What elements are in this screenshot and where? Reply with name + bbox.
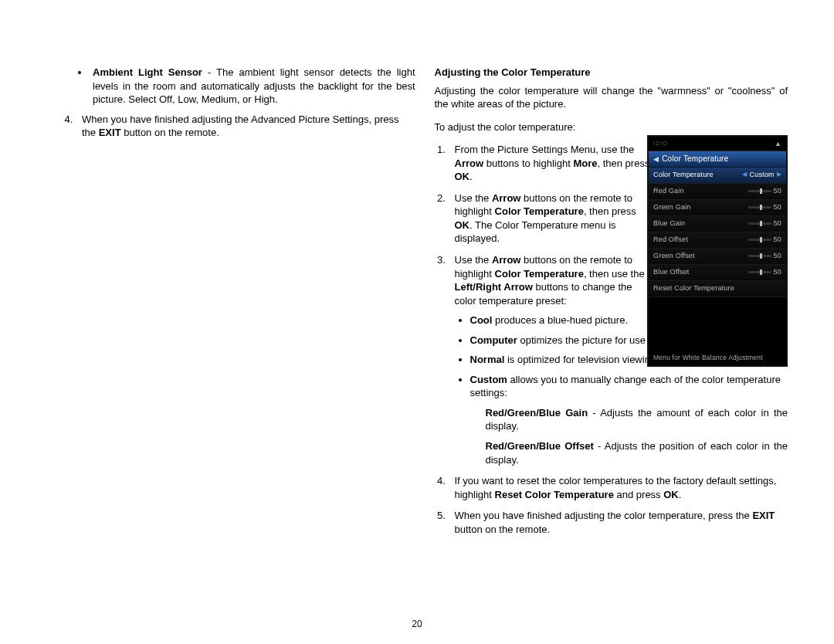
tv-topbar: IZIO ▲ [649, 137, 786, 151]
tv-row-reset: Reset Color Temperature [649, 281, 786, 297]
tv-row-blue-gain: Blue Gain 50 [649, 216, 786, 232]
slider-icon [748, 239, 771, 241]
left-triangle-icon: ◀ [742, 171, 747, 179]
up-caret-icon: ▲ [775, 139, 781, 148]
left-bullets: Ambient Light Sensor - The ambient light… [62, 66, 415, 107]
step1: From the Picture Settings Menu, use the … [449, 143, 656, 184]
slider-icon [748, 222, 771, 225]
preset-custom: Custom allows you to manually change eac… [470, 373, 788, 466]
tv-mode-row: Color Temperature ◀ Custom ▶ [649, 168, 786, 184]
tv-mode-label: Color Temperature [653, 170, 714, 179]
tv-footer: Menu for White Balance Adjustment [653, 354, 763, 362]
back-triangle-icon: ◀ [653, 154, 659, 164]
tv-row-blue-offset: Blue Offset 50 [649, 265, 786, 281]
lead-text: To adjust the color temperature: [435, 120, 788, 134]
tv-mode-value: ◀ Custom ▶ [742, 170, 781, 179]
page-number: 20 [0, 618, 834, 630]
step2: Use the Arrow buttons on the remote to h… [449, 192, 656, 246]
tv-menu-title: ◀ Color Temperature [649, 151, 786, 168]
offset-desc: Red/Green/Blue Offset - Adjusts the posi… [486, 439, 788, 466]
left-column: Ambient Light Sensor - The ambient light… [46, 66, 415, 544]
tv-logo: IZIO [653, 140, 670, 147]
preset-cool: Cool produces a blue-hued picture. [470, 314, 671, 327]
left-steps: When you have finished adjusting the Adv… [62, 113, 415, 140]
slider-icon [748, 255, 771, 257]
left-step4: When you have finished adjusting the Adv… [76, 113, 415, 140]
slider-icon [748, 190, 771, 192]
section-heading: Adjusting the Color Temperature [435, 66, 788, 80]
step4: If you want to reset the color temperatu… [449, 474, 788, 501]
slider-icon [748, 206, 771, 208]
manual-page: Ambient Light Sensor - The ambient light… [0, 0, 834, 567]
right-column: Adjusting the Color Temperature Adjustin… [435, 66, 788, 544]
gain-desc: Red/Green/Blue Gain - Adjusts the amount… [486, 406, 788, 433]
ambient-light-bullet: Ambient Light Sensor - The ambient light… [90, 66, 415, 107]
intro-text: Adjusting the color temperature will cha… [435, 84, 788, 111]
tv-row-green-offset: Green Offset 50 [649, 249, 786, 265]
ambient-label: Ambient Light Sensor [93, 66, 202, 78]
slider-icon [748, 271, 771, 273]
tv-row-red-gain: Red Gain 50 [649, 184, 786, 200]
tv-row-green-gain: Green Gain 50 [649, 200, 786, 216]
step5: When you have finished adjusting the col… [449, 509, 788, 536]
tv-row-red-offset: Red Offset 50 [649, 232, 786, 249]
right-triangle-icon: ▶ [777, 171, 781, 179]
tv-menu-screenshot: IZIO ▲ ◀ Color Temperature Color Tempera… [647, 135, 788, 367]
